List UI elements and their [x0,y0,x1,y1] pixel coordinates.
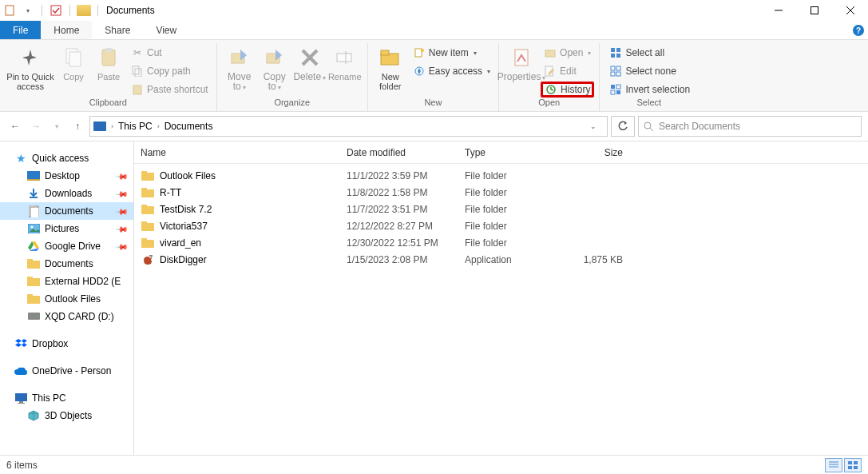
rename-button[interactable]: Rename [327,43,363,96]
column-date[interactable]: Date modified [347,147,465,158]
file-date: 11/1/2022 3:59 PM [347,170,465,181]
history-button[interactable]: History [541,82,594,98]
sidebar-downloads[interactable]: Downloads📌 [0,185,133,202]
svg-rect-46 [30,207,39,217]
column-size[interactable]: Size [559,147,623,158]
sidebar-3d-objects[interactable]: 3D Objects [0,407,133,424]
sidebar-documents[interactable]: Documents📌 [0,202,133,220]
file-type: File folder [465,187,559,198]
minimize-button[interactable] [760,0,796,21]
qat-check-icon[interactable] [49,3,63,18]
select-all-button[interactable]: Select all [606,45,693,61]
folder-icon [141,237,155,249]
select-none-button[interactable]: Select none [606,63,693,79]
file-type: File folder [465,170,559,181]
star-icon: ★ [14,152,27,165]
copy-path-button[interactable]: Copy path [128,63,212,79]
tab-share[interactable]: Share [92,21,143,39]
file-type: Application [465,254,559,265]
sidebar-outlook-files[interactable]: Outlook Files [0,290,133,308]
sidebar-pictures[interactable]: Pictures📌 [0,220,133,237]
new-folder-icon [378,45,403,70]
svg-rect-11 [135,69,141,77]
qat-dropdown-icon[interactable]: ▾ [21,3,35,18]
paste-button[interactable]: Paste [91,43,126,96]
file-row[interactable]: vivard_en12/30/2022 12:51 PMFile folder [141,234,868,251]
refresh-button[interactable] [611,116,635,137]
delete-button[interactable]: Delete▾ [292,43,327,96]
paste-shortcut-button[interactable]: Paste shortcut [128,82,212,98]
tab-file[interactable]: File [0,21,41,39]
file-row[interactable]: Victoria53712/12/2022 8:27 PMFile folder [141,217,868,234]
forward-button[interactable]: → [27,118,45,135]
file-row[interactable]: TestDisk 7.211/7/2022 3:51 PMFile folder [141,201,868,217]
close-button[interactable] [832,0,868,21]
qat-properties-icon[interactable] [3,3,18,18]
rename-icon [332,45,358,70]
sidebar-google-drive[interactable]: Google Drive📌 [0,237,133,255]
address-dropdown-button[interactable]: ⌄ [583,117,604,136]
sidebar-dropbox[interactable]: Dropbox [0,335,133,353]
svg-rect-54 [27,294,33,297]
recent-locations-button[interactable]: ▾ [48,118,65,135]
move-to-button[interactable]: Move to▾ [222,43,257,96]
details-view-button[interactable] [825,458,842,472]
paste-shortcut-icon [131,83,144,96]
sidebar-quick-access[interactable]: ★Quick access [0,149,133,167]
pin-to-quick-access-button[interactable]: Pin to Quick access [5,43,56,96]
easy-access-button[interactable]: Easy access▾ [410,63,493,79]
new-item-button[interactable]: New item▾ [410,45,493,61]
sidebar-this-pc[interactable]: This PC [0,389,133,407]
svg-rect-63 [141,188,147,191]
breadcrumb-this-pc[interactable]: This PC [118,121,153,132]
pin-icon [18,45,43,70]
sidebar-documents-2[interactable]: Documents [0,255,133,273]
svg-rect-25 [545,50,555,57]
sidebar-onedrive[interactable]: OneDrive - Person [0,362,133,380]
breadcrumb-documents[interactable]: Documents [164,121,213,132]
new-folder-button[interactable]: New folder [373,43,408,96]
help-button[interactable]: ? [849,21,868,40]
column-name[interactable]: Name [141,147,347,158]
file-name: Victoria537 [160,221,347,232]
svg-rect-0 [6,6,14,15]
dropbox-icon [14,337,27,350]
back-button[interactable]: ← [6,118,24,135]
this-pc-icon [93,121,106,131]
folder-icon [77,5,91,16]
file-date: 11/8/2022 1:58 PM [347,187,465,198]
svg-rect-47 [28,224,40,233]
search-input[interactable]: Search Documents [638,116,862,137]
copy-button[interactable]: Copy [56,43,91,96]
svg-rect-3 [811,7,818,14]
column-type[interactable]: Type [465,147,559,158]
file-row[interactable]: Outlook Files11/1/2022 3:59 PMFile folde… [141,167,868,184]
tab-view[interactable]: View [143,21,189,39]
address-bar[interactable]: › This PC › Documents ⌄ [89,116,608,137]
folder-icon [141,220,155,233]
ribbon-group-organize: Move to▾ Copy to▾ Delete▾ Rename Organiz… [217,43,368,111]
copy-to-button[interactable]: Copy to▾ [257,43,292,96]
tab-home[interactable]: Home [41,21,92,39]
svg-rect-61 [141,171,147,174]
svg-rect-12 [133,86,141,94]
large-icons-view-button[interactable] [844,458,862,472]
file-row[interactable]: DiskDigger1/15/2023 2:08 PMApplication1,… [141,251,868,268]
invert-selection-button[interactable]: Invert selection [606,82,693,98]
sidebar-xqd-card[interactable]: XQD CARD (D:) [0,308,133,325]
edit-button[interactable]: Edit [541,63,594,79]
svg-rect-58 [19,401,23,403]
properties-button[interactable]: Properties▾ [504,43,539,96]
sidebar-external-hdd[interactable]: External HDD2 (E [0,273,133,290]
open-button[interactable]: Open▾ [541,45,594,61]
svg-rect-37 [616,85,620,89]
navigation-pane: ★Quick access Desktop📌 Downloads📌 Docume… [0,141,134,455]
svg-rect-31 [616,54,620,58]
file-row[interactable]: R-TT11/8/2022 1:58 PMFile folder [141,184,868,201]
svg-rect-67 [141,221,147,225]
sidebar-desktop[interactable]: Desktop📌 [0,167,133,185]
up-button[interactable]: ↑ [69,118,86,135]
maximize-button[interactable] [796,0,832,21]
file-type: File folder [465,204,559,215]
cut-button[interactable]: ✂Cut [128,45,212,61]
